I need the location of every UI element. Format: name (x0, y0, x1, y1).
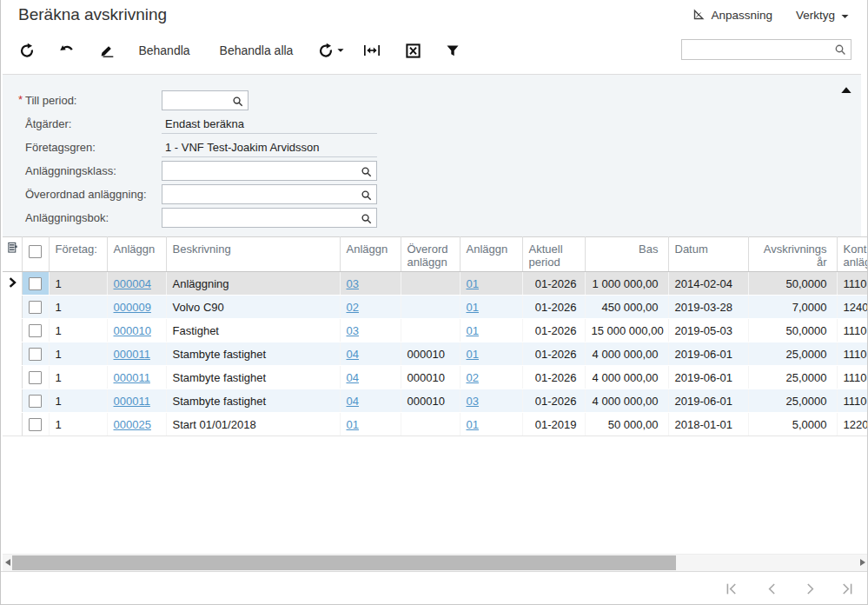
scroll-right-icon[interactable] (860, 559, 865, 566)
table-row[interactable]: 1000009Volvo C90020101-2026450 000,00201… (3, 296, 868, 319)
anlnr-link[interactable]: 000011 (114, 395, 150, 408)
field-label: Företagsgren: (25, 137, 96, 157)
cell-bok: 01 (460, 342, 522, 366)
col-header-bok[interactable]: Anläggn (460, 237, 522, 272)
cell-konto: 1240 (837, 296, 868, 319)
klass-link[interactable]: 03 (347, 277, 359, 290)
col-header-avskrar[interactable]: Avskrivnings år (748, 237, 837, 272)
cell-klass: 04 (340, 342, 401, 366)
cell-overord (401, 272, 460, 296)
bok-link[interactable]: 03 (467, 395, 479, 408)
col-header-beskrivning[interactable]: Beskrivning (166, 237, 340, 272)
customization-button[interactable]: Anpassning (692, 0, 772, 30)
col-header-period[interactable]: Aktuell period (522, 237, 585, 272)
row-checkbox[interactable] (29, 301, 42, 314)
edit-button[interactable] (96, 39, 117, 62)
col-header-anlnr[interactable]: Anläggn (107, 237, 166, 272)
col-header-overord[interactable]: Överord anläggn (401, 237, 460, 272)
horizontal-scrollbar[interactable] (3, 554, 868, 571)
prev-page-button[interactable] (763, 580, 780, 597)
row-checkbox[interactable] (29, 245, 42, 258)
scroll-left-icon[interactable] (5, 559, 10, 566)
export-excel-button[interactable] (401, 39, 424, 62)
row-checkbox[interactable] (29, 348, 42, 361)
cell-ind (3, 389, 22, 413)
bok-link[interactable]: 02 (467, 371, 479, 384)
first-page-button[interactable] (723, 580, 740, 597)
col-header-foretag[interactable]: Företag: (49, 237, 107, 272)
klass-link[interactable]: 03 (347, 324, 359, 337)
col-header-cb[interactable] (22, 237, 49, 272)
process-all-button[interactable]: Behandla alla (211, 39, 301, 62)
bok-link[interactable]: 01 (467, 418, 479, 431)
next-page-button[interactable] (801, 580, 818, 597)
klass-link[interactable]: 04 (347, 348, 359, 361)
anlaggningsbok-input[interactable] (165, 209, 360, 228)
col-header-klass[interactable]: Anläggn (340, 237, 401, 272)
table-row[interactable]: 1000025Start 01/01/2018010101-201950 000… (3, 413, 868, 436)
cell-bas: 450 000,00 (585, 296, 668, 319)
klass-link[interactable]: 04 (347, 371, 359, 384)
klass-link[interactable]: 02 (347, 301, 359, 314)
anlnr-link[interactable]: 000011 (114, 371, 150, 384)
col-header-konto[interactable]: Kont anläg (837, 237, 868, 272)
anlnr-link[interactable]: 000009 (114, 301, 151, 314)
fit-width-button[interactable] (361, 39, 383, 62)
cell-beskrivning: Start 01/01/2018 (166, 413, 340, 436)
process-refresh-icon (318, 43, 334, 58)
overordnad-anlaggning-field (162, 184, 377, 204)
lookup-icon[interactable] (232, 95, 243, 110)
cell-beskrivning: Anläggning (166, 272, 340, 296)
row-checkbox[interactable] (29, 324, 42, 337)
table-row[interactable]: 1000010Fastighet030101-202615 000 000,00… (3, 319, 868, 342)
refresh-button[interactable] (17, 39, 37, 62)
lookup-icon[interactable] (361, 212, 372, 228)
row-checkbox[interactable] (29, 371, 42, 384)
klass-link[interactable]: 04 (347, 395, 359, 408)
field-label: Anläggningsbok: (25, 208, 109, 228)
row-checkbox[interactable] (29, 395, 42, 408)
last-page-button[interactable] (838, 580, 855, 597)
table-row[interactable]: 1000011Stambyte fastighet040000100301-20… (3, 389, 868, 413)
anlnr-link[interactable]: 000004 (114, 277, 151, 290)
lookup-icon[interactable] (361, 189, 372, 204)
anlnr-link[interactable]: 000025 (114, 418, 151, 431)
table-row[interactable]: 1000004Anläggning030101-20261 000 000,00… (3, 272, 868, 296)
cell-anlnr: 000004 (107, 272, 166, 296)
field-label: Anläggningsklass: (25, 161, 116, 181)
anlnr-link[interactable]: 000010 (114, 324, 151, 337)
anlnr-link[interactable]: 000011 (114, 348, 150, 361)
cell-period: 01-2026 (522, 319, 585, 342)
cell-anlnr: 000011 (107, 366, 166, 389)
till-period-input[interactable] (165, 92, 231, 110)
bok-link[interactable]: 01 (467, 324, 479, 337)
cell-ind (3, 319, 22, 342)
anlaggningsklass-input[interactable] (165, 163, 360, 181)
klass-link[interactable]: 01 (347, 418, 359, 431)
row-checkbox[interactable] (29, 418, 42, 431)
collapse-panel-button[interactable] (840, 82, 858, 96)
cell-foretag: 1 (49, 272, 107, 296)
scrollbar-thumb[interactable] (12, 555, 676, 570)
cell-beskrivning: Stambyte fastighet (166, 366, 340, 389)
col-header-datum[interactable]: Datum (668, 237, 748, 272)
bok-link[interactable]: 01 (467, 301, 479, 314)
bok-link[interactable]: 01 (467, 348, 479, 361)
grid-table: Företag:AnläggnBeskrivningAnläggnÖverord… (3, 236, 868, 436)
cancel-button[interactable] (56, 39, 77, 62)
row-checkbox[interactable] (29, 277, 42, 290)
bok-link[interactable]: 01 (467, 277, 479, 290)
fit-width-icon (363, 43, 381, 57)
search-input[interactable] (686, 41, 835, 60)
cell-cb (22, 319, 49, 342)
col-header-bas[interactable]: Bas (585, 237, 668, 272)
schedule-button[interactable] (317, 39, 345, 62)
cell-bas: 15 000 000,00 (585, 319, 668, 342)
table-row[interactable]: 1000011Stambyte fastighet040000100201-20… (3, 366, 868, 389)
lookup-icon[interactable] (361, 165, 372, 181)
filter-button[interactable] (441, 39, 464, 62)
overordnad-anlaggning-input[interactable] (165, 186, 360, 204)
tools-menu[interactable]: Verktyg (796, 0, 849, 30)
table-row[interactable]: 1000011Stambyte fastighet040000100101-20… (3, 342, 868, 366)
process-button[interactable]: Behandla (133, 39, 195, 62)
